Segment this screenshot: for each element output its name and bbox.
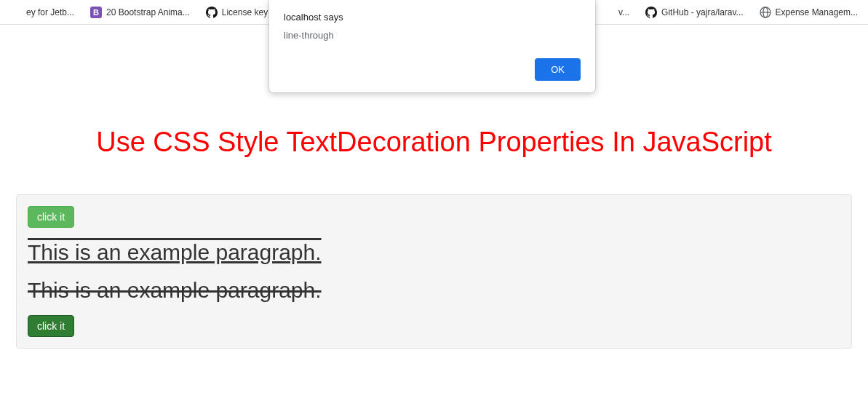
bookmark-label: 20 Bootstrap Anima...: [106, 7, 190, 17]
example-text-1: This is an example paragraph.: [28, 239, 322, 266]
alert-message: line-through: [284, 30, 581, 41]
bookmark-label: Expense Managem...: [776, 7, 858, 17]
bookmark-item[interactable]: ey for Jetb...: [6, 4, 79, 21]
alert-actions: OK: [284, 58, 581, 81]
bookmark-label: ey for Jetb...: [26, 7, 74, 17]
alert-dialog: localhost says line-through OK: [269, 0, 595, 92]
bookmark-item[interactable]: GitHub - yajra/larav...: [641, 4, 747, 21]
svg-text:B: B: [93, 8, 99, 17]
alert-title: localhost says: [284, 12, 581, 23]
alert-ok-button[interactable]: OK: [535, 58, 581, 81]
page-title: Use CSS Style TextDecoration Properties …: [0, 127, 868, 158]
generic-icon: [10, 7, 22, 18]
bookmark-item[interactable]: v...: [614, 4, 634, 20]
github-icon: [206, 7, 218, 18]
bookmark-item[interactable]: B 20 Bootstrap Anima...: [86, 4, 194, 21]
example-paragraph-1: This is an example paragraph.: [28, 239, 840, 266]
example-text-2: This is an example paragraph.: [28, 277, 322, 303]
github-icon: [645, 7, 657, 18]
click-it-button-2[interactable]: click it: [28, 315, 74, 337]
bookmark-item[interactable]: Expense Managem...: [755, 4, 862, 21]
demo-container: click it This is an example paragraph. T…: [16, 194, 852, 349]
bookmark-label: v...: [618, 7, 629, 17]
bookmark-label: GitHub - yajra/larav...: [661, 7, 743, 17]
bootstrap-icon: B: [90, 7, 102, 18]
globe-icon: [760, 7, 771, 18]
example-paragraph-2: This is an example paragraph.: [28, 277, 840, 303]
click-it-button-1[interactable]: click it: [28, 206, 74, 228]
